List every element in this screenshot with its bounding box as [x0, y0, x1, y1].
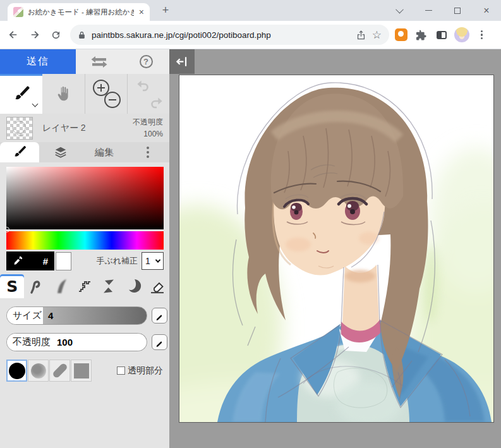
maximize-button[interactable]: [443, 0, 472, 21]
side-panel-icon[interactable]: [433, 27, 450, 44]
current-color-swatch[interactable]: [56, 252, 71, 270]
close-window-button[interactable]: ×: [472, 0, 501, 21]
solid-pen-icon: S: [6, 277, 18, 296]
hex-input-button[interactable]: #: [43, 256, 48, 267]
new-tab-button[interactable]: +: [157, 2, 174, 18]
brush-tip-stroke[interactable]: [49, 360, 70, 382]
url-text: paintbbs.sakura.ne.jp/cgi/poti002/potibo…: [92, 30, 350, 40]
size-edit-button[interactable]: [152, 308, 167, 324]
brush-tool-button[interactable]: [0, 74, 42, 114]
stabilizer-label: 手ぶれ補正: [96, 255, 138, 267]
hand-tool-button[interactable]: [42, 74, 85, 114]
tab-edit[interactable]: 編集: [83, 142, 126, 162]
zoom-out-button[interactable]: [104, 92, 121, 108]
brush-tip-circle[interactable]: [6, 360, 27, 382]
redo-icon: [149, 96, 164, 110]
extensions-puzzle-icon[interactable]: [413, 27, 430, 44]
bookmark-star-icon[interactable]: ☆: [372, 30, 382, 40]
minimize-button[interactable]: [414, 0, 443, 21]
url-bar[interactable]: paintbbs.sakura.ne.jp/cgi/poti002/potibo…: [70, 25, 389, 45]
circle-tip-icon: [9, 363, 25, 379]
reload-icon: [51, 30, 61, 40]
transparent-checkbox[interactable]: [117, 366, 125, 375]
menu-button[interactable]: [126, 142, 169, 162]
paint-app: 送信 ?: [0, 49, 501, 448]
zoom-tools: [85, 74, 127, 114]
noise-tip-icon: [31, 363, 46, 378]
drawing-canvas[interactable]: [179, 75, 493, 422]
back-icon: [8, 29, 19, 40]
ink-pen-icon: [101, 278, 116, 294]
hand-icon: [55, 85, 72, 102]
brush-options-chevron-icon: [32, 101, 39, 107]
eraser-icon: [149, 278, 166, 294]
size-label: サイズ: [13, 310, 42, 322]
share-icon[interactable]: [356, 30, 366, 40]
profile-avatar[interactable]: [453, 27, 470, 44]
tab-brush[interactable]: [0, 142, 39, 162]
back-button[interactable]: [4, 27, 21, 44]
dot-pen-icon: [76, 277, 93, 295]
extension-orange-icon[interactable]: [392, 27, 409, 44]
sv-cursor[interactable]: [4, 227, 9, 233]
opacity-label: 不透明度: [13, 336, 51, 348]
pen-type-brush[interactable]: [49, 274, 73, 298]
forward-button[interactable]: [26, 27, 43, 44]
pen-edit-icon: [155, 338, 164, 347]
reload-button[interactable]: [47, 27, 64, 44]
tab-search-icon[interactable]: [385, 0, 414, 21]
opacity-edit-button[interactable]: [152, 334, 167, 350]
transparent-label: 透明部分: [128, 365, 163, 377]
brush-icon: [12, 85, 31, 104]
eyedropper-icon[interactable]: [13, 256, 23, 266]
saturation-value-picker[interactable]: [6, 167, 164, 229]
pen-type-ink[interactable]: [97, 274, 121, 298]
forward-icon: [29, 29, 40, 40]
tool-sidebar: 送信 ?: [0, 49, 169, 448]
stabilizer-value: 1: [145, 256, 150, 266]
tab-layers[interactable]: [39, 142, 83, 162]
pen-type-soft[interactable]: [24, 274, 48, 298]
collapse-panel-button[interactable]: [169, 49, 195, 74]
brush-pen-icon: [52, 277, 69, 295]
pen-type-solid[interactable]: S: [0, 274, 24, 298]
square-tip-icon: [74, 363, 89, 378]
undo-button[interactable]: [135, 79, 150, 93]
layer-opacity: 不透明度 100%: [133, 116, 163, 140]
help-icon: ?: [140, 55, 153, 68]
send-button[interactable]: 送信: [0, 49, 76, 74]
canvas-artwork: [179, 75, 493, 422]
swap-arrows-icon: [90, 56, 109, 68]
help-button[interactable]: ?: [123, 49, 169, 74]
tab-strip: お絵かきモード - 練習用お絵かき掲示 × + ×: [0, 0, 501, 21]
brush-tab-icon: [12, 145, 27, 160]
screen: お絵かきモード - 練習用お絵かき掲示 × + × paintbbs.sakur…: [0, 0, 501, 448]
hue-bar[interactable]: [6, 231, 164, 250]
browser-tab[interactable]: お絵かきモード - 練習用お絵かき掲示 ×: [8, 3, 150, 21]
brush-tip-noise[interactable]: [28, 360, 49, 382]
color-tools-box: #: [6, 251, 54, 270]
favicon: [13, 7, 23, 17]
brush-tip-square[interactable]: [71, 360, 92, 382]
layer-opacity-value: 100%: [143, 130, 163, 138]
size-value: 4: [48, 310, 53, 321]
layer-thumbnail-sketch: [7, 118, 32, 139]
layer-name[interactable]: レイヤー 2: [42, 123, 86, 134]
swap-colors-button[interactable]: [76, 49, 123, 74]
pen-type-dot[interactable]: [73, 274, 97, 298]
layer-thumbnail[interactable]: [6, 117, 33, 140]
undo-icon: [135, 79, 150, 93]
opacity-slider[interactable]: 不透明度 100: [6, 333, 147, 351]
redo-button[interactable]: [149, 96, 164, 110]
tab-close-icon[interactable]: ×: [139, 8, 144, 16]
pen-type-eraser[interactable]: [145, 274, 169, 298]
undo-redo-tools: [127, 74, 169, 114]
select-chevron-icon: [155, 257, 160, 262]
browser-menu-icon[interactable]: [473, 27, 490, 44]
size-slider[interactable]: サイズ 4: [6, 306, 147, 325]
diagonal-tip-icon: [51, 362, 68, 378]
pen-type-marker[interactable]: [121, 274, 145, 298]
stabilizer-select[interactable]: 1: [142, 252, 164, 270]
tab-title: お絵かきモード - 練習用お絵かき掲示: [28, 8, 134, 17]
marker-pen-icon: [124, 277, 142, 295]
